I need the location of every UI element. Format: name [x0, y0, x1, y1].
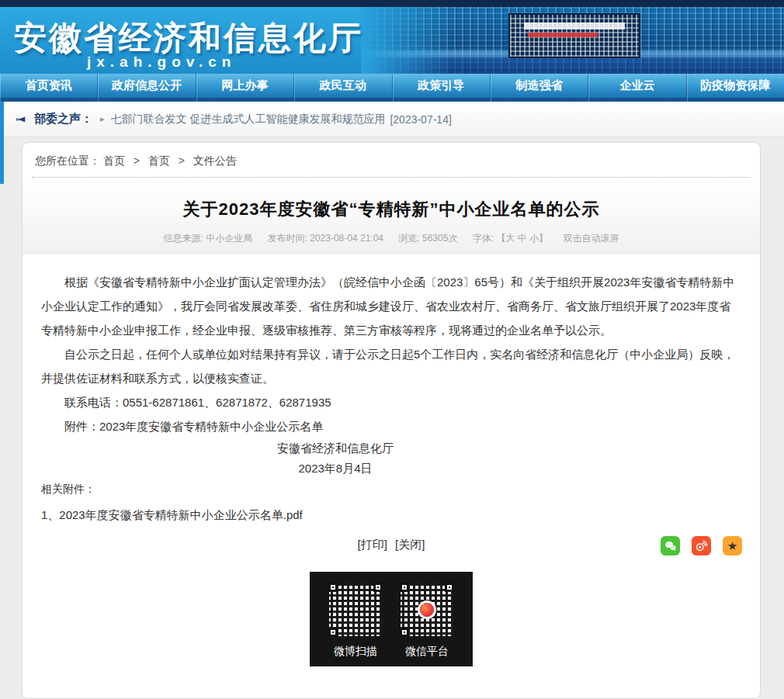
article-actions: [打印] [关闭] ★ [23, 538, 760, 558]
nav-item-enterprise-cloud[interactable]: 企业云 [588, 74, 686, 102]
meta-source: 信息来源: 中小企业局 [164, 233, 253, 244]
nav-item-manufacturing[interactable]: 制造强省 [491, 74, 588, 102]
attachment-pdf-link[interactable]: 1、2023年度安徽省专精特新中小企业公示名单.pdf [41, 505, 741, 525]
wechat-qr-label: 微信平台 [397, 645, 457, 659]
font-size-controls[interactable]: 【大 中 小】 [496, 233, 548, 244]
ticker-news-link[interactable]: 七部门联合发文 促进生成式人工智能健康发展和规范应用 [111, 112, 386, 126]
wechat-qr-column: 微信平台 [397, 580, 457, 659]
weibo-qr-column: 微博扫描 [325, 580, 386, 659]
top-strip [0, 0, 784, 7]
meta-publish-label: 发布时间: [268, 233, 310, 244]
nav-item-epidemic-supplies[interactable]: 防疫物资保障 [687, 74, 784, 102]
wechat-qr-code [397, 580, 457, 640]
banner-screen-subcaption [528, 33, 598, 37]
attachment-line: 附件：2023年度安徽省专精特新中小企业公示名单 [41, 414, 741, 438]
breadcrumb-separator: > [179, 154, 185, 167]
nav-item-public-interaction[interactable]: 政民互动 [294, 74, 392, 102]
left-accent-bar [0, 102, 4, 184]
announcement-ticker: 部委之声： ▸ 七部门联合发文 促进生成式人工智能健康发展和规范应用 [2023… [0, 102, 784, 137]
article-title: 关于2023年度安徽省“专精特新”中小企业名单的公示 [46, 198, 737, 221]
close-button[interactable]: [关闭] [395, 538, 425, 551]
autoscroll-hint: 双击自动滚屏 [563, 233, 619, 244]
breadcrumb-prefix: 您所在位置： [35, 154, 100, 167]
breadcrumb-separator: > [134, 154, 140, 167]
contact-phone-line: 联系电话：0551-62871861、62871872、62871935 [41, 390, 741, 414]
signature-org: 安徽省经济和信息化厅 [22, 438, 685, 459]
star-icon: ★ [727, 540, 737, 552]
wechat-qr-logo [420, 603, 434, 617]
ticker-arrow-icon: ▸ [100, 114, 105, 124]
meta-source-value: 中小企业局 [206, 233, 252, 244]
speaker-icon [16, 114, 26, 125]
meta-views-label: 浏览: [398, 233, 422, 244]
signature-date: 2023年8月4日 [22, 459, 685, 479]
article-paragraph-1: 根据《安徽省专精特新中小企业扩面认定管理办法》（皖经信中小企函〔2023〕65号… [41, 270, 741, 342]
nav-item-online-services[interactable]: 网上办事 [196, 74, 294, 102]
nav-item-gov-info[interactable]: 政府信息公开 [98, 74, 196, 102]
breadcrumb-home-2[interactable]: 首页 [148, 154, 170, 167]
content-panel: 您所在位置： 首页 > 首页 > 文件公告 关于2023年度安徽省“专精特新”中… [22, 142, 761, 699]
related-attachments-label: 相关附件： [41, 479, 741, 499]
nav-item-home-news[interactable]: 首页资讯 [0, 74, 98, 102]
nav-item-policy-guidance[interactable]: 政策引导 [393, 74, 491, 102]
meta-view-count: 浏览: 56305次 [398, 233, 457, 244]
meta-font-label: 字体: [473, 233, 497, 244]
share-weibo-icon[interactable] [692, 536, 711, 555]
main-nav: 首页资讯 政府信息公开 网上办事 政民互动 政策引导 制造强省 企业云 防疫物资… [0, 74, 784, 102]
meta-publish-time: 发布时间: 2023-08-04 21:04 [268, 233, 383, 244]
meta-views-value: 56305次 [422, 233, 457, 244]
site-header: 安徽省经济和信息化厅 jx.ah.gov.cn [0, 7, 784, 74]
article-title-block: 关于2023年度安徽省“专精特新”中小企业名单的公示 信息来源: 中小企业局 发… [23, 187, 760, 254]
meta-source-label: 信息来源: [164, 233, 206, 244]
meta-publish-value: 2023-08-04 21:04 [310, 233, 383, 244]
breadcrumb-category-announcements[interactable]: 文件公告 [193, 154, 237, 167]
banner-screen-caption [524, 22, 625, 29]
qr-code-panel: 微博扫描 微信平台 [310, 572, 473, 666]
weibo-qr-code [325, 580, 386, 640]
share-buttons: ★ [658, 536, 744, 555]
share-qzone-icon[interactable]: ★ [723, 536, 742, 555]
breadcrumb: 您所在位置： 首页 > 首页 > 文件公告 [23, 143, 760, 177]
breadcrumb-home[interactable]: 首页 [103, 154, 125, 167]
dotted-divider [32, 177, 751, 178]
site-url: jx.ah.gov.cn [87, 54, 236, 71]
ticker-label: 部委之声： [34, 112, 92, 126]
article-paragraph-2: 自公示之日起，任何个人或单位如对结果持有异议，请于公示之日起5个工作日内，实名向… [41, 342, 741, 390]
weibo-qr-label: 微博扫描 [325, 645, 386, 659]
header-banner-image [361, 7, 784, 74]
share-wechat-icon[interactable] [661, 536, 680, 555]
meta-font-size: 字体: 【大 中 小】 [473, 233, 548, 244]
ticker-date: [2023-07-14] [390, 113, 451, 126]
article-meta: 信息来源: 中小企业局 发布时间: 2023-08-04 21:04 浏览: 5… [46, 232, 737, 245]
article-body: 根据《安徽省专精特新中小企业扩面认定管理办法》（皖经信中小企函〔2023〕65号… [23, 254, 760, 525]
print-button[interactable]: [打印] [358, 538, 387, 551]
